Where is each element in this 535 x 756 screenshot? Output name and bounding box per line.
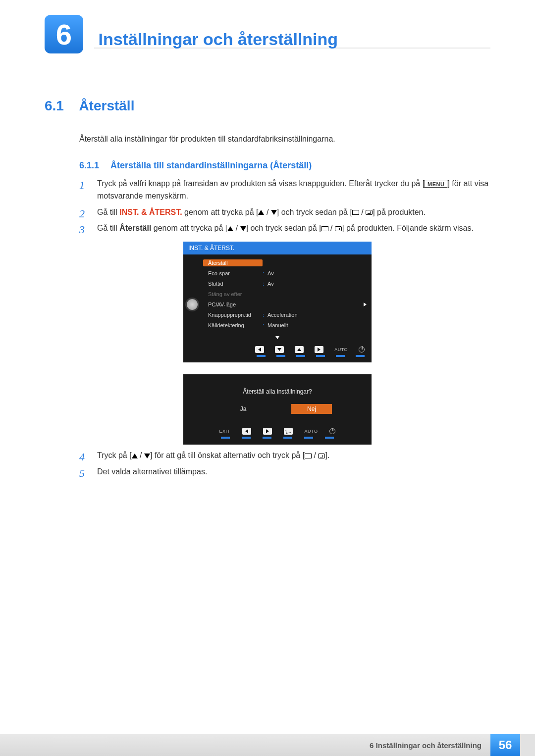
nav-right-button[interactable] xyxy=(315,346,323,353)
osd-nav-bar: AUTO xyxy=(183,343,372,355)
section-title: Återställ xyxy=(79,98,134,113)
more-down-icon xyxy=(275,336,279,339)
page-number: 56 xyxy=(490,734,520,756)
osd-row[interactable]: Stäng av efter xyxy=(203,289,367,299)
up-down-icons: / xyxy=(132,451,150,459)
power-icon[interactable] xyxy=(359,347,365,353)
osd-row[interactable]: Eco-spar:Av xyxy=(203,268,367,278)
triangle-down-icon xyxy=(271,210,277,215)
step-5: 5 Det valda alternativet tillämpas. xyxy=(79,466,490,478)
select-enter-icons: / xyxy=(352,208,373,216)
step-3: 3 Gå till Återställ genom att trycka på … xyxy=(79,222,490,235)
step-number: 5 xyxy=(79,465,85,482)
osd-row[interactable]: Knappupprepn.tid:Acceleration xyxy=(203,309,367,320)
confirm-no-button[interactable]: Nej xyxy=(291,404,332,414)
step-number: 4 xyxy=(79,449,85,465)
subsection-heading: 6.1.1 Återställa till standardinställnin… xyxy=(79,160,490,171)
auto-button[interactable]: AUTO xyxy=(334,347,348,352)
osd-row[interactable]: Källdetektering:Manuellt xyxy=(203,320,367,330)
enter-icon xyxy=(318,454,325,458)
chapter-header: 6 Inställningar och återställning xyxy=(45,12,490,49)
rect-icon xyxy=(321,226,328,231)
enter-icon xyxy=(335,226,342,231)
subsection-title: Återställa till standardinställningarna … xyxy=(110,160,312,170)
osd-row-label: Sluttid xyxy=(203,281,263,287)
step-number: 2 xyxy=(79,205,85,222)
osd-row-value: Manuellt xyxy=(268,322,367,328)
osd-row-label: PC/AV-läge xyxy=(203,302,263,307)
nav-right-button[interactable] xyxy=(263,428,272,435)
step-number: 1 xyxy=(79,177,85,194)
chevron-right-icon xyxy=(364,302,367,306)
step-4: 4 Tryck på [ / ] för att gå till önskat … xyxy=(79,450,490,462)
osd-screenshot-main: INST. & ÅTERST. ÅterställEco-spar:AvSlut… xyxy=(183,242,372,445)
up-down-icons: / xyxy=(258,208,276,216)
confirm-question: Återställ alla inställningar? xyxy=(183,388,372,404)
enter-icon xyxy=(366,210,373,215)
osd-row[interactable]: PC/AV-läge xyxy=(203,299,367,309)
chapter-title: Inställningar och återställning xyxy=(98,30,338,49)
nav-left-button[interactable] xyxy=(242,428,251,435)
exit-button[interactable]: EXIT xyxy=(219,429,230,434)
chapter-number-badge: 6 xyxy=(45,15,83,53)
menu-button-label: MENU xyxy=(425,181,447,188)
osd-row[interactable]: Sluttid:Av xyxy=(203,278,367,289)
confirm-nav-bar: EXIT AUTO xyxy=(183,425,372,437)
triangle-up-icon xyxy=(132,454,138,458)
nav-down-button[interactable] xyxy=(275,346,284,353)
nav-left-button[interactable] xyxy=(255,346,264,353)
footer-text: 6 Inställningar och återställning xyxy=(370,741,482,750)
step-2: 2 Gå till INST. & ÅTERST. genom att tryc… xyxy=(79,206,490,219)
subsection-number: 6.1.1 xyxy=(79,160,99,170)
rect-icon xyxy=(305,454,312,458)
menu-path: INST. & ÅTERST. xyxy=(119,208,182,216)
section-heading: 6.1 Återställ xyxy=(45,98,490,114)
osd-row-label: Eco-spar xyxy=(203,270,263,276)
osd-title: INST. & ÅTERST. xyxy=(183,242,372,254)
select-enter-icons: / xyxy=(321,224,342,232)
triangle-up-icon xyxy=(258,210,264,215)
confirm-yes-button[interactable]: Ja xyxy=(223,404,264,414)
osd-row-value: Av xyxy=(268,270,367,276)
triangle-up-icon xyxy=(227,226,233,231)
step-1: 1 Tryck på valfri knapp på framsidan av … xyxy=(79,178,490,202)
section-number: 6.1 xyxy=(45,98,64,113)
osd-row-value: Acceleration xyxy=(268,312,367,318)
instruction-list-cont: 4 Tryck på [ / ] för att gå till önskat … xyxy=(79,450,490,478)
step-number: 3 xyxy=(79,221,85,238)
select-enter-icons: / xyxy=(305,451,325,459)
triangle-down-icon xyxy=(144,454,150,458)
rect-icon xyxy=(352,210,359,215)
osd-row-label: Stäng av efter xyxy=(203,291,263,297)
menu-item: Återställ xyxy=(119,224,151,232)
osd-row[interactable]: Återställ xyxy=(203,257,367,268)
page-footer: 6 Inställningar och återställning 56 xyxy=(0,734,535,756)
nav-enter-button[interactable] xyxy=(284,428,293,435)
nav-up-button[interactable] xyxy=(295,346,304,353)
osd-row-label: Återställ xyxy=(203,259,263,266)
osd-row-label: Källdetektering xyxy=(203,322,263,328)
up-down-icons: / xyxy=(227,224,246,232)
power-icon[interactable] xyxy=(329,428,335,434)
osd-screenshot-confirm: Återställ alla inställningar? Ja Nej EXI… xyxy=(183,374,372,445)
gear-icon xyxy=(187,299,198,310)
section-description: Återställ alla inställningar för produkt… xyxy=(79,135,490,144)
instruction-list: 1 Tryck på valfri knapp på framsidan av … xyxy=(79,178,490,235)
auto-button[interactable]: AUTO xyxy=(305,429,318,434)
triangle-down-icon xyxy=(240,226,246,231)
osd-row-label: Knappupprepn.tid xyxy=(203,312,263,318)
osd-row-value: Av xyxy=(268,281,367,287)
